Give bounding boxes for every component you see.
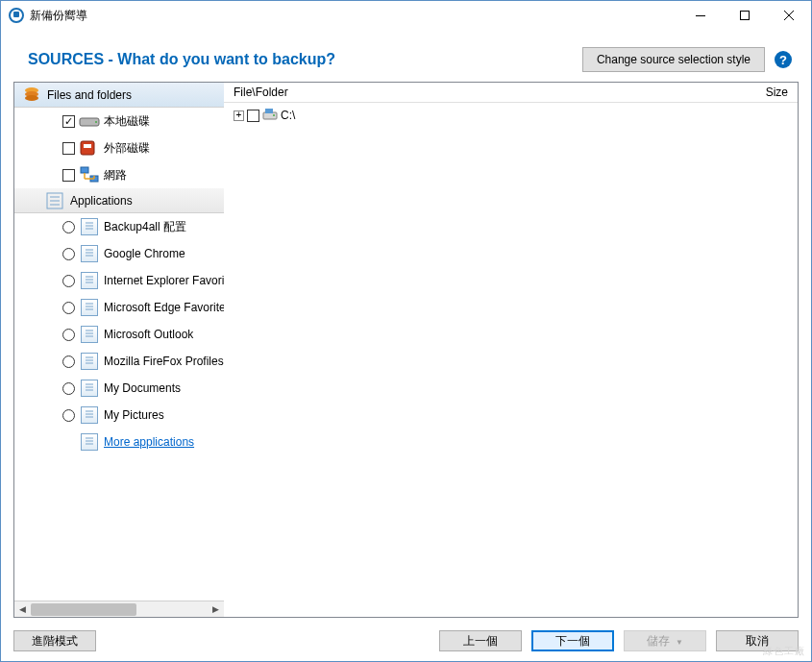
svg-rect-1 (13, 12, 19, 17)
change-source-style-button[interactable]: Change source selection style (582, 47, 765, 72)
radio-unchecked[interactable] (62, 221, 75, 233)
source-label: 外部磁碟 (104, 140, 150, 157)
doc-icon (81, 406, 98, 424)
expand-icon[interactable]: + (234, 110, 244, 121)
tree-root-label: C:\ (281, 109, 295, 122)
more-applications-link[interactable]: More applications (14, 429, 224, 455)
checkbox-unchecked[interactable] (247, 110, 259, 122)
radio-unchecked[interactable] (62, 356, 75, 368)
category-label: Applications (70, 194, 133, 208)
page-header: SOURCES - What do you want to backup? Ch… (1, 30, 811, 82)
column-size[interactable]: Size (740, 86, 788, 99)
app-outlook[interactable]: Microsoft Outlook (14, 321, 224, 348)
file-tree-header: File\Folder Size (224, 83, 798, 103)
watermark: 綠色工廠 (763, 645, 805, 658)
app-label: Mozilla FireFox Profiles (104, 355, 224, 368)
app-label: Google Chrome (104, 247, 185, 260)
save-button: 儲存▼ (624, 630, 706, 651)
page-title: SOURCES - What do you want to backup? (28, 51, 582, 68)
doc-icon (81, 245, 98, 262)
svg-point-50 (273, 114, 275, 116)
radio-unchecked[interactable] (62, 275, 75, 287)
more-link-label[interactable]: More applications (104, 435, 194, 449)
app-ie-favorites[interactable]: Internet Explorer Favorites (14, 267, 224, 294)
radio-unchecked[interactable] (62, 302, 75, 314)
app-my-documents[interactable]: My Documents (14, 375, 224, 402)
source-network[interactable]: 網路 (14, 161, 224, 188)
source-local-disk[interactable]: ✓ 本地磁碟 (14, 108, 224, 135)
window-title: 新備份嚮導 (30, 8, 678, 24)
app-edge-favorites[interactable]: Microsoft Edge Favorites (14, 294, 224, 321)
radio-unchecked[interactable] (62, 248, 75, 260)
scroll-track[interactable] (31, 601, 208, 618)
source-label: 本地磁碟 (104, 113, 150, 130)
app-label: My Documents (104, 381, 181, 395)
file-tree-body: + C:\ (224, 103, 798, 617)
doc-icon (81, 272, 98, 289)
help-icon[interactable]: ? (775, 51, 792, 68)
advanced-mode-button[interactable]: 進階模式 (13, 630, 96, 651)
titlebar: 新備份嚮導 (1, 1, 811, 30)
ext-hdd-icon (79, 139, 100, 157)
radio-unchecked[interactable] (62, 382, 75, 395)
scroll-thumb[interactable] (31, 603, 136, 616)
window-controls (678, 1, 811, 30)
disk-stack-icon (22, 86, 41, 105)
chevron-down-icon: ▼ (676, 638, 683, 647)
maximize-button[interactable] (723, 1, 767, 30)
drive-icon (262, 108, 278, 124)
prev-button[interactable]: 上一個 (439, 630, 522, 651)
app-label: Internet Explorer Favorites (104, 274, 224, 287)
app-backup4all[interactable]: Backup4all 配置 (14, 213, 224, 240)
app-my-pictures[interactable]: My Pictures (14, 402, 224, 429)
svg-rect-2 (696, 15, 705, 16)
tree-root-row[interactable]: + C:\ (234, 107, 788, 124)
app-chrome[interactable]: Google Chrome (14, 240, 224, 267)
radio-unchecked[interactable] (62, 329, 75, 341)
app-label: Microsoft Outlook (104, 328, 193, 341)
source-sidebar: Files and folders ✓ 本地磁碟 外部磁碟 網路 Applica… (14, 83, 224, 617)
svg-point-10 (95, 121, 97, 123)
scroll-left-icon[interactable]: ◀ (14, 601, 31, 618)
doc-icon (81, 326, 98, 343)
source-label: 網路 (104, 167, 127, 184)
app-label: Backup4all 配置 (104, 219, 186, 235)
svg-rect-13 (81, 167, 88, 173)
svg-rect-51 (265, 109, 273, 113)
minimize-button[interactable] (678, 1, 723, 30)
radio-unchecked[interactable] (62, 409, 75, 422)
wizard-footer: 進階模式 上一個 下一個 儲存▼ 取消 (1, 621, 811, 661)
sidebar-scrollbar[interactable]: ◀ ▶ (14, 601, 224, 617)
category-label: Files and folders (47, 88, 132, 102)
file-tree-panel: File\Folder Size + C:\ (224, 83, 798, 617)
doc-icon (81, 380, 98, 397)
app-label: Microsoft Edge Favorites (104, 301, 224, 314)
app-label: My Pictures (104, 408, 164, 422)
doc-icon (81, 353, 98, 370)
source-external-disk[interactable]: 外部磁碟 (14, 135, 224, 161)
svg-point-8 (25, 95, 38, 101)
svg-rect-3 (741, 12, 750, 20)
checkbox-unchecked[interactable] (62, 142, 75, 155)
app-icon (9, 8, 24, 23)
svg-rect-49 (263, 112, 277, 119)
checkbox-unchecked[interactable] (62, 169, 75, 182)
app-firefox[interactable]: Mozilla FireFox Profiles (14, 348, 224, 375)
network-icon (79, 166, 100, 184)
app-list-icon (45, 191, 64, 210)
column-file[interactable]: File\Folder (234, 86, 740, 99)
main-area: Files and folders ✓ 本地磁碟 外部磁碟 網路 Applica… (13, 82, 799, 618)
scroll-right-icon[interactable]: ▶ (208, 601, 224, 618)
svg-rect-12 (84, 144, 91, 148)
category-applications[interactable]: Applications (14, 188, 224, 213)
category-files-folders[interactable]: Files and folders (14, 83, 224, 108)
doc-icon (81, 218, 98, 235)
doc-icon (81, 433, 98, 451)
hdd-icon (79, 112, 100, 130)
checkbox-checked[interactable]: ✓ (62, 115, 75, 128)
next-button[interactable]: 下一個 (531, 630, 614, 651)
close-button[interactable] (767, 1, 811, 30)
doc-icon (81, 299, 98, 316)
